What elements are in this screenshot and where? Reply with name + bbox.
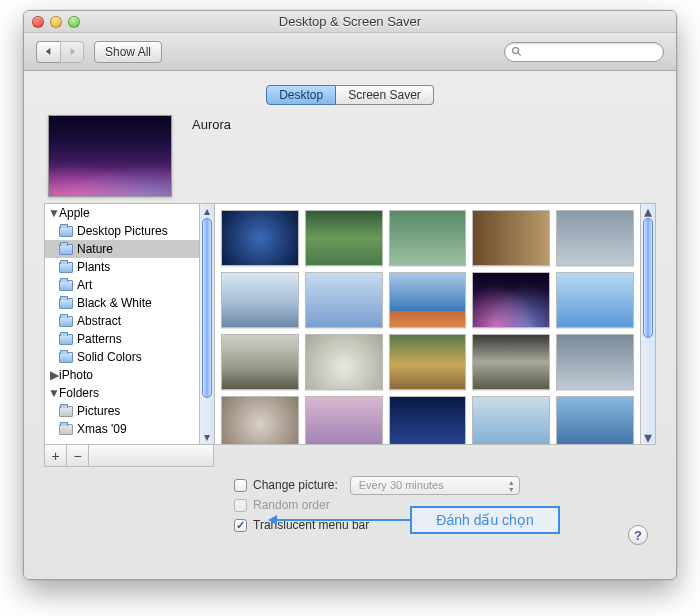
source-item[interactable]: Patterns: [45, 330, 199, 348]
thumbnail-area: ▴ ▾: [215, 204, 655, 444]
wallpaper-thumb[interactable]: [472, 396, 550, 444]
tab-desktop[interactable]: Desktop: [266, 85, 336, 105]
wallpaper-thumb[interactable]: [389, 396, 467, 444]
grid-scrollbar[interactable]: ▴ ▾: [640, 204, 655, 444]
change-picture-checkbox[interactable]: [234, 479, 247, 492]
help-button[interactable]: ?: [628, 525, 648, 545]
folder-icon: [59, 262, 73, 273]
wallpaper-thumb[interactable]: [556, 272, 634, 328]
wallpaper-thumb[interactable]: [305, 396, 383, 444]
scroll-up-icon[interactable]: ▴: [641, 204, 655, 218]
source-list-footer: + −: [44, 445, 214, 467]
group-folders[interactable]: ▼Folders: [45, 384, 199, 402]
scroll-thumb[interactable]: [202, 218, 212, 398]
folder-icon: [59, 406, 73, 417]
disclosure-triangle-icon[interactable]: ▼: [49, 206, 59, 220]
scroll-thumb[interactable]: [643, 218, 653, 338]
source-list: ▼Apple Desktop Pictures Nature Plants Ar…: [45, 204, 215, 444]
annotation-text: Đánh dấu chọn: [436, 512, 533, 528]
current-picture-name: Aurora: [192, 117, 231, 132]
group-label: Apple: [59, 206, 90, 220]
tab-bar: Desktop Screen Saver: [44, 85, 656, 105]
wallpaper-thumb[interactable]: [389, 334, 467, 390]
window-title: Desktop & Screen Saver: [24, 14, 676, 29]
current-desktop-preview: [48, 115, 172, 197]
preview-row: Aurora: [44, 115, 656, 197]
scroll-up-icon[interactable]: ▴: [200, 204, 214, 218]
search-field[interactable]: [504, 42, 664, 62]
disclosure-triangle-icon[interactable]: ▶: [49, 368, 59, 382]
group-label: Folders: [59, 386, 99, 400]
annotation-line: [276, 519, 410, 521]
wallpaper-thumb[interactable]: [305, 272, 383, 328]
source-item[interactable]: Xmas '09: [45, 420, 199, 438]
source-item[interactable]: Abstract: [45, 312, 199, 330]
forward-button[interactable]: [60, 41, 84, 63]
source-item[interactable]: Plants: [45, 258, 199, 276]
change-picture-label: Change picture:: [253, 478, 338, 492]
folder-icon: [59, 280, 73, 291]
annotation-arrow-icon: [268, 515, 277, 525]
interval-popup[interactable]: Every 30 minutes ▲▼: [350, 476, 520, 495]
annotation-callout: Đánh dấu chọn: [410, 506, 560, 534]
wallpaper-thumb[interactable]: [221, 334, 299, 390]
wallpaper-thumb[interactable]: [305, 210, 383, 266]
wallpaper-thumb[interactable]: [472, 272, 550, 328]
source-item-nature[interactable]: Nature: [45, 240, 199, 258]
source-item[interactable]: Desktop Pictures: [45, 222, 199, 240]
interval-value: Every 30 minutes: [359, 479, 444, 491]
random-order-checkbox: [234, 499, 247, 512]
titlebar[interactable]: Desktop & Screen Saver: [24, 11, 676, 33]
disclosure-triangle-icon[interactable]: ▼: [49, 386, 59, 400]
zoom-button[interactable]: [68, 16, 80, 28]
browser: ▼Apple Desktop Pictures Nature Plants Ar…: [44, 203, 656, 445]
wallpaper-thumb[interactable]: [556, 396, 634, 444]
preferences-window: Desktop & Screen Saver Show All Desktop …: [23, 10, 677, 580]
folder-icon: [59, 334, 73, 345]
close-button[interactable]: [32, 16, 44, 28]
scroll-down-icon[interactable]: ▾: [200, 430, 214, 444]
window-controls: [32, 16, 80, 28]
thumbnail-grid[interactable]: [215, 204, 640, 444]
wallpaper-thumb[interactable]: [472, 210, 550, 266]
svg-line-1: [518, 53, 521, 56]
wallpaper-thumb[interactable]: [556, 210, 634, 266]
back-button[interactable]: [36, 41, 60, 63]
folder-icon: [59, 316, 73, 327]
group-iphoto[interactable]: ▶iPhoto: [45, 366, 199, 384]
folder-icon: [59, 352, 73, 363]
show-all-button[interactable]: Show All: [94, 41, 162, 63]
source-item[interactable]: Black & White: [45, 294, 199, 312]
folder-icon: [59, 244, 73, 255]
wallpaper-thumb[interactable]: [556, 334, 634, 390]
remove-folder-button[interactable]: −: [67, 445, 89, 466]
minimize-button[interactable]: [50, 16, 62, 28]
content: Desktop Screen Saver Aurora ▼Apple Deskt…: [24, 71, 676, 535]
svg-point-0: [513, 48, 519, 54]
wallpaper-thumb[interactable]: [389, 210, 467, 266]
add-folder-button[interactable]: +: [45, 445, 67, 466]
search-icon: [511, 46, 522, 57]
wallpaper-thumb[interactable]: [472, 334, 550, 390]
toolbar: Show All: [24, 33, 676, 71]
folder-icon: [59, 424, 73, 435]
stepper-arrows-icon: ▲▼: [508, 479, 515, 493]
wallpaper-thumb[interactable]: [221, 210, 299, 266]
wallpaper-thumb[interactable]: [221, 272, 299, 328]
search-input[interactable]: [526, 46, 657, 58]
group-apple[interactable]: ▼Apple: [45, 204, 199, 222]
wallpaper-thumb[interactable]: [305, 334, 383, 390]
wallpaper-thumb[interactable]: [389, 272, 467, 328]
tab-screensaver[interactable]: Screen Saver: [336, 85, 434, 105]
source-item[interactable]: Solid Colors: [45, 348, 199, 366]
scroll-down-icon[interactable]: ▾: [641, 430, 655, 444]
folder-icon: [59, 298, 73, 309]
source-item[interactable]: Pictures: [45, 402, 199, 420]
wallpaper-thumb[interactable]: [221, 396, 299, 444]
change-picture-row: Change picture: Every 30 minutes ▲▼: [234, 475, 656, 495]
random-order-label: Random order: [253, 498, 330, 512]
source-item[interactable]: Art: [45, 276, 199, 294]
translucent-checkbox[interactable]: [234, 519, 247, 532]
source-list-scroll[interactable]: ▼Apple Desktop Pictures Nature Plants Ar…: [45, 204, 199, 444]
sidebar-scrollbar[interactable]: ▴ ▾: [199, 204, 214, 444]
